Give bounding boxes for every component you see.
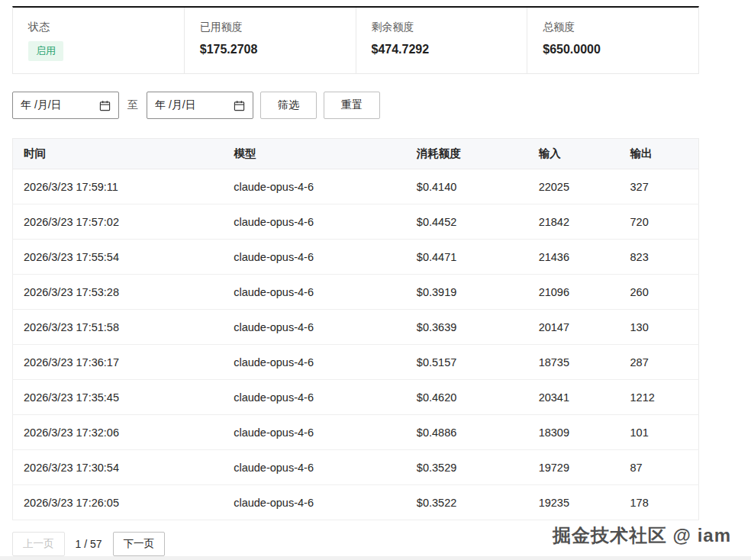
pagination: 上一页 1 / 57 下一页 [12, 532, 699, 556]
table-row: 2026/3/23 17:36:17 claude-opus-4-6 $0.51… [13, 345, 699, 380]
cell-output: 130 [620, 310, 699, 345]
cell-model: claude-opus-4-6 [223, 204, 406, 240]
cell-cost: $0.3522 [406, 485, 528, 520]
start-date-input[interactable]: 年 /月/日 [12, 92, 119, 119]
table-header-row: 时间 模型 消耗额度 输入 输出 [13, 139, 699, 169]
table-body: 2026/3/23 17:59:11 claude-opus-4-6 $0.41… [13, 169, 699, 520]
cell-output: 178 [620, 485, 699, 520]
cell-output: 87 [620, 450, 699, 485]
table-row: 2026/3/23 17:32:06 claude-opus-4-6 $0.48… [13, 415, 699, 450]
cell-model: claude-opus-4-6 [223, 169, 406, 204]
cell-input: 18735 [528, 345, 620, 380]
horizontal-scrollbar[interactable] [0, 556, 751, 560]
next-page-button[interactable]: 下一页 [113, 532, 166, 556]
cell-time: 2026/3/23 17:55:54 [13, 240, 224, 275]
cell-model: claude-opus-4-6 [223, 310, 406, 345]
stat-label-remaining-quota: 剩余额度 [372, 21, 512, 34]
stat-label-status: 状态 [28, 21, 169, 34]
date-range-to-label: 至 [127, 98, 138, 112]
table-row: 2026/3/23 17:35:45 claude-opus-4-6 $0.46… [13, 380, 699, 415]
cell-cost: $0.4140 [406, 169, 528, 204]
cell-cost: $0.3529 [406, 450, 528, 485]
usage-table: 时间 模型 消耗额度 输入 输出 2026/3/23 17:59:11 clau… [12, 138, 699, 520]
cell-output: 260 [620, 275, 699, 310]
column-header-time: 时间 [13, 139, 224, 169]
cell-model: claude-opus-4-6 [223, 415, 406, 450]
cell-model: claude-opus-4-6 [223, 380, 406, 415]
calendar-icon[interactable] [99, 100, 111, 111]
cell-output: 287 [620, 345, 699, 380]
cell-cost: $0.3639 [406, 310, 528, 345]
table-row: 2026/3/23 17:55:54 claude-opus-4-6 $0.44… [13, 240, 699, 275]
cell-output: 1212 [620, 380, 699, 415]
cell-input: 21436 [528, 240, 620, 275]
cell-time: 2026/3/23 17:59:11 [13, 169, 224, 204]
cell-output: 823 [620, 240, 699, 275]
table-row: 2026/3/23 17:26:05 claude-opus-4-6 $0.35… [13, 485, 699, 520]
column-header-model: 模型 [223, 139, 406, 169]
column-header-input: 输入 [528, 139, 620, 169]
stat-card-total-quota: 总额度 $650.0000 [527, 8, 698, 73]
cell-model: claude-opus-4-6 [223, 345, 406, 380]
cell-cost: $0.3919 [406, 275, 528, 310]
cell-model: claude-opus-4-6 [223, 450, 406, 485]
table-row: 2026/3/23 17:59:11 claude-opus-4-6 $0.41… [13, 169, 699, 204]
cell-cost: $0.5157 [406, 345, 528, 380]
stat-card-remaining-quota: 剩余额度 $474.7292 [356, 8, 527, 73]
cell-cost: $0.4886 [406, 415, 528, 450]
status-badge: 启用 [28, 41, 63, 61]
usage-dashboard-page: 状态 启用 已用额度 $175.2708 剩余额度 $474.7292 总额度 … [0, 0, 751, 560]
calendar-icon[interactable] [234, 100, 245, 111]
cell-time: 2026/3/23 17:36:17 [13, 345, 224, 380]
cell-model: claude-opus-4-6 [223, 275, 406, 310]
column-header-output: 输出 [620, 139, 699, 169]
prev-page-button[interactable]: 上一页 [12, 532, 65, 556]
start-date-placeholder: 年 /月/日 [21, 98, 62, 112]
cell-input: 20341 [528, 380, 620, 415]
table-row: 2026/3/23 17:57:02 claude-opus-4-6 $0.44… [13, 204, 699, 240]
stat-value-total-quota: $650.0000 [543, 43, 683, 56]
stat-card-status: 状态 启用 [13, 8, 184, 73]
page-info: 1 / 57 [76, 538, 102, 550]
column-header-cost: 消耗额度 [406, 139, 528, 169]
end-date-placeholder: 年 /月/日 [155, 98, 196, 112]
stat-value-remaining-quota: $474.7292 [372, 43, 512, 56]
cell-output: 101 [620, 415, 699, 450]
cell-time: 2026/3/23 17:32:06 [13, 415, 224, 450]
cell-cost: $0.4452 [406, 204, 528, 240]
table-row: 2026/3/23 17:51:58 claude-opus-4-6 $0.36… [13, 310, 699, 345]
stat-label-used-quota: 已用额度 [200, 21, 340, 34]
cell-cost: $0.4620 [406, 380, 528, 415]
cell-model: claude-opus-4-6 [223, 240, 406, 275]
cell-input: 19729 [528, 450, 620, 485]
stat-value-used-quota: $175.2708 [200, 43, 340, 56]
filter-row: 年 /月/日 至 年 /月/日 [12, 92, 699, 119]
cell-time: 2026/3/23 17:35:45 [13, 380, 224, 415]
cell-time: 2026/3/23 17:53:28 [13, 275, 224, 310]
cell-output: 720 [620, 204, 699, 240]
cell-time: 2026/3/23 17:57:02 [13, 204, 224, 240]
table-row: 2026/3/23 17:30:54 claude-opus-4-6 $0.35… [13, 450, 699, 485]
cell-input: 21096 [528, 275, 620, 310]
cell-model: claude-opus-4-6 [223, 485, 406, 520]
stat-card-used-quota: 已用额度 $175.2708 [184, 8, 356, 73]
cell-input: 22025 [528, 169, 620, 204]
stats-row: 状态 启用 已用额度 $175.2708 剩余额度 $474.7292 总额度 … [12, 6, 699, 74]
cell-input: 21842 [528, 204, 620, 240]
cell-output: 327 [620, 169, 699, 204]
table-row: 2026/3/23 17:53:28 claude-opus-4-6 $0.39… [13, 275, 699, 310]
cell-time: 2026/3/23 17:26:05 [13, 485, 224, 520]
reset-button[interactable]: 重置 [324, 92, 380, 119]
end-date-input[interactable]: 年 /月/日 [147, 92, 253, 119]
table-header: 时间 模型 消耗额度 输入 输出 [13, 139, 699, 169]
cell-cost: $0.4471 [406, 240, 528, 275]
cell-input: 20147 [528, 310, 620, 345]
main-content: 状态 启用 已用额度 $175.2708 剩余额度 $474.7292 总额度 … [0, 0, 699, 556]
cell-time: 2026/3/23 17:30:54 [13, 450, 224, 485]
filter-button[interactable]: 筛选 [260, 92, 317, 119]
cell-input: 18309 [528, 415, 620, 450]
cell-time: 2026/3/23 17:51:58 [13, 310, 224, 345]
stat-label-total-quota: 总额度 [543, 21, 683, 34]
cell-input: 19235 [528, 485, 620, 520]
